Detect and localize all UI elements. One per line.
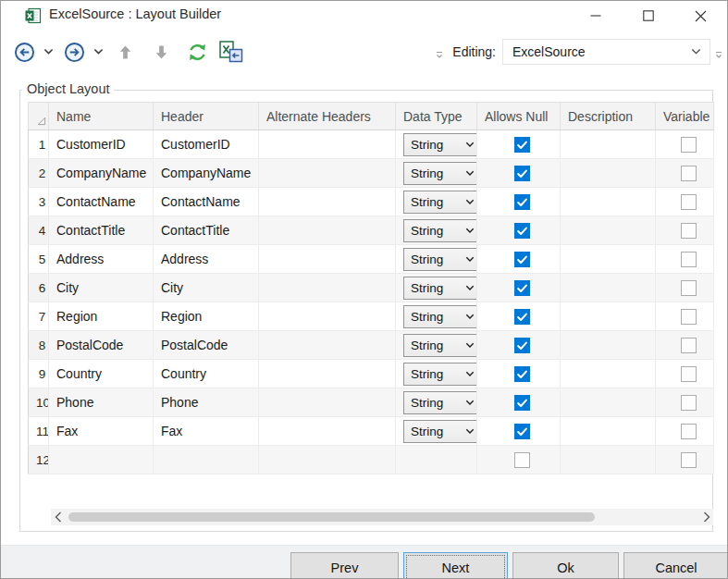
alternate-headers-cell[interactable]: [259, 130, 396, 159]
description-cell[interactable]: [561, 245, 656, 274]
column-header-data-type[interactable]: Data Type: [396, 103, 477, 130]
header-cell[interactable]: Fax: [154, 417, 259, 446]
row-number-cell[interactable]: 5: [29, 245, 49, 274]
alternate-headers-cell[interactable]: [259, 216, 396, 245]
alternate-headers-cell[interactable]: [259, 188, 396, 216]
maximize-button[interactable]: [622, 1, 674, 31]
next-button[interactable]: Next: [403, 552, 508, 579]
allows-null-checkbox[interactable]: [514, 424, 530, 439]
variable-checkbox[interactable]: [681, 137, 697, 153]
allows-null-checkbox[interactable]: [514, 452, 530, 468]
header-cell[interactable]: CompanyName: [154, 159, 259, 188]
data-type-dropdown[interactable]: String: [403, 334, 477, 357]
name-cell[interactable]: Phone: [49, 388, 154, 417]
name-cell[interactable]: PostalCode: [49, 331, 154, 360]
data-type-dropdown[interactable]: String: [403, 219, 477, 242]
toolbar-overflow-button[interactable]: [714, 51, 723, 60]
variable-checkbox[interactable]: [681, 194, 697, 210]
variable-checkbox[interactable]: [681, 309, 697, 325]
move-down-button[interactable]: [154, 44, 168, 60]
variable-checkbox[interactable]: [681, 452, 697, 468]
variable-checkbox[interactable]: [681, 338, 697, 353]
allows-null-checkbox[interactable]: [514, 166, 530, 181]
description-cell[interactable]: [561, 130, 656, 159]
description-cell[interactable]: [561, 360, 656, 388]
header-cell[interactable]: ContactName: [154, 188, 259, 216]
header-cell[interactable]: Region: [154, 302, 259, 331]
data-type-dropdown[interactable]: String: [403, 420, 477, 443]
alternate-headers-cell[interactable]: [259, 360, 396, 388]
allows-null-checkbox[interactable]: [514, 252, 530, 267]
corner-header-cell[interactable]: [29, 103, 49, 130]
row-number-cell[interactable]: 3: [29, 188, 49, 216]
allows-null-checkbox[interactable]: [514, 309, 530, 325]
data-type-dropdown[interactable]: String: [403, 248, 477, 271]
description-cell[interactable]: [561, 331, 656, 360]
name-cell[interactable]: CustomerID: [49, 130, 154, 159]
row-number-cell[interactable]: 8: [29, 331, 49, 360]
alternate-headers-cell[interactable]: [259, 302, 396, 331]
ok-button[interactable]: Ok: [512, 552, 619, 579]
name-cell[interactable]: [49, 446, 154, 474]
forward-button[interactable]: [64, 42, 85, 63]
alternate-headers-cell[interactable]: [259, 331, 396, 360]
column-header-description[interactable]: Description: [561, 103, 656, 130]
row-number-cell[interactable]: 2: [29, 159, 49, 188]
name-cell[interactable]: Fax: [49, 417, 154, 446]
prev-button[interactable]: Prev: [290, 552, 399, 579]
header-cell[interactable]: Phone: [154, 388, 259, 417]
allows-null-checkbox[interactable]: [514, 366, 530, 382]
header-cell[interactable]: Address: [154, 245, 259, 274]
allows-null-checkbox[interactable]: [514, 223, 530, 239]
editing-dropdown[interactable]: ExcelSource: [502, 39, 710, 65]
data-type-dropdown[interactable]: String: [403, 277, 477, 300]
variable-checkbox[interactable]: [681, 395, 697, 411]
excel-export-button[interactable]: [219, 41, 243, 63]
name-cell[interactable]: Region: [49, 302, 154, 331]
column-header-name[interactable]: Name: [49, 103, 154, 130]
variable-checkbox[interactable]: [681, 223, 697, 239]
alternate-headers-cell[interactable]: [259, 417, 396, 446]
variable-checkbox[interactable]: [681, 424, 697, 439]
row-number-cell[interactable]: 7: [29, 302, 49, 331]
alternate-headers-cell[interactable]: [259, 388, 396, 417]
row-number-cell[interactable]: 12: [29, 446, 49, 474]
refresh-button[interactable]: [187, 42, 208, 63]
alternate-headers-cell[interactable]: [259, 274, 396, 302]
row-number-cell[interactable]: 1: [29, 130, 49, 159]
variable-checkbox[interactable]: [681, 166, 697, 181]
column-header-alternate-headers[interactable]: Alternate Headers: [259, 103, 396, 130]
alternate-headers-cell[interactable]: [259, 446, 396, 474]
header-cell[interactable]: City: [154, 274, 259, 302]
name-cell[interactable]: Address: [49, 245, 154, 274]
row-number-cell[interactable]: 6: [29, 274, 49, 302]
name-cell[interactable]: ContactTitle: [49, 216, 154, 245]
scroll-left-button[interactable]: [51, 509, 65, 525]
move-up-button[interactable]: [118, 44, 132, 60]
column-header-header[interactable]: Header: [154, 103, 259, 130]
description-cell[interactable]: [561, 302, 656, 331]
variable-checkbox[interactable]: [681, 366, 697, 382]
back-button[interactable]: [14, 42, 35, 63]
allows-null-checkbox[interactable]: [514, 280, 530, 296]
allows-null-checkbox[interactable]: [514, 194, 530, 210]
description-cell[interactable]: [561, 388, 656, 417]
description-cell[interactable]: [561, 417, 656, 446]
cancel-button[interactable]: Cancel: [623, 552, 728, 579]
alternate-headers-cell[interactable]: [259, 159, 396, 188]
variable-checkbox[interactable]: [681, 280, 697, 296]
allows-null-checkbox[interactable]: [514, 338, 530, 353]
header-cell[interactable]: Country: [154, 360, 259, 388]
data-type-dropdown[interactable]: String: [403, 391, 477, 414]
allows-null-checkbox[interactable]: [514, 137, 530, 153]
data-type-dropdown[interactable]: String: [403, 162, 477, 185]
close-button[interactable]: [674, 1, 727, 31]
data-type-dropdown[interactable]: String: [403, 305, 477, 328]
column-header-allows-null[interactable]: Allows Null: [477, 103, 561, 130]
description-cell[interactable]: [561, 446, 656, 474]
forward-options-button[interactable]: [93, 48, 104, 55]
name-cell[interactable]: CompanyName: [49, 159, 154, 188]
alternate-headers-cell[interactable]: [259, 245, 396, 274]
allows-null-checkbox[interactable]: [514, 395, 530, 411]
row-number-cell[interactable]: 10: [29, 388, 49, 417]
